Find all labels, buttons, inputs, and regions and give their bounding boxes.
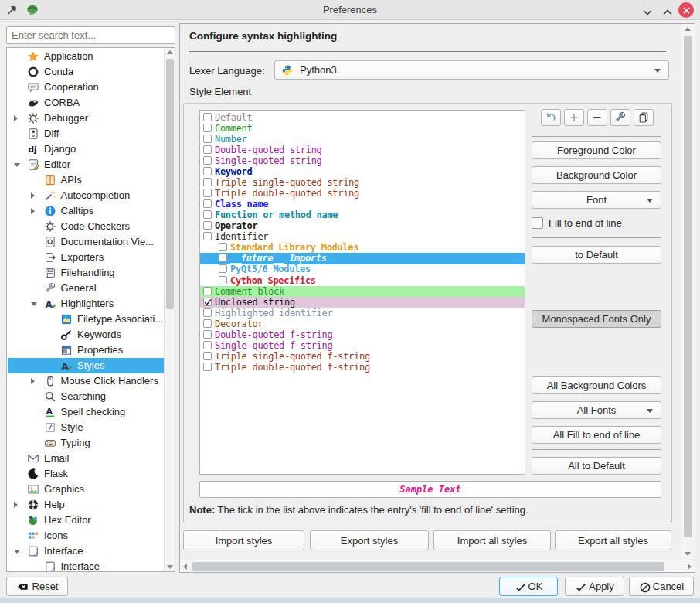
- foreground-color-button[interactable]: Foreground Color: [532, 141, 661, 159]
- import-all-styles-button[interactable]: Import all styles: [433, 530, 551, 550]
- style-row-highlighted-identifier[interactable]: Highlighted identifier: [200, 308, 525, 319]
- style-row-future-imports[interactable]: __future__ Imports: [200, 253, 525, 264]
- fill-eol-tick-checkbox[interactable]: [203, 124, 212, 132]
- expand-arrow-icon[interactable]: [31, 208, 38, 214]
- apply-button[interactable]: Apply: [565, 577, 624, 596]
- sidebar-item-corba[interactable]: CORBA: [8, 95, 164, 111]
- sidebar-item-interface[interactable]: Interface: [8, 543, 164, 559]
- page-horizontal-scrollbar[interactable]: [180, 560, 695, 572]
- search-input[interactable]: [6, 26, 175, 44]
- fill-eol-tick-checkbox[interactable]: [203, 113, 212, 121]
- expand-arrow-icon[interactable]: [31, 378, 38, 384]
- fill-eol-tick-checkbox[interactable]: [219, 276, 227, 284]
- copy-button[interactable]: [634, 109, 654, 126]
- sidebar-item-documentation-vie[interactable]: Documentation Vie...: [8, 234, 164, 250]
- add-button[interactable]: [564, 109, 584, 126]
- sidebar-item-styles[interactable]: AStyles: [8, 358, 164, 373]
- undo-button[interactable]: [541, 109, 561, 126]
- background-color-button[interactable]: Background Color: [532, 166, 661, 184]
- fill-eol-tick-checkbox[interactable]: [203, 199, 212, 208]
- wrench-button[interactable]: [610, 109, 630, 126]
- sidebar-item-interface[interactable]: Interface: [8, 559, 164, 572]
- style-row-double-quoted-string[interactable]: Double-quoted string: [200, 145, 525, 155]
- sidebar-item-apis[interactable]: APIs: [8, 172, 164, 188]
- remove-button[interactable]: [587, 109, 607, 126]
- fill-eol-tick-checkbox[interactable]: [203, 341, 212, 349]
- style-row-unclosed-string[interactable]: Unclosed string: [200, 297, 525, 308]
- style-row-number[interactable]: Number: [200, 134, 525, 145]
- to-default-button[interactable]: to Default: [532, 246, 661, 264]
- maximize-icon[interactable]: [663, 6, 672, 12]
- import-styles-button[interactable]: Import styles: [183, 530, 304, 550]
- style-row-double-quoted-f-string[interactable]: Double-quoted f-string: [200, 329, 525, 340]
- sidebar-item-email[interactable]: Email: [8, 451, 164, 466]
- all-fill-to-eol-button[interactable]: All Fill to end of line: [532, 426, 661, 444]
- fill-eol-tick-checkbox[interactable]: [203, 319, 212, 328]
- page-vertical-scrollbar[interactable]: [681, 24, 695, 559]
- sidebar-item-graphics[interactable]: Graphics: [8, 482, 164, 497]
- sidebar-item-django[interactable]: djDjango: [8, 141, 164, 157]
- sidebar-item-searching[interactable]: Searching: [8, 389, 164, 404]
- style-row-comment[interactable]: Comment: [200, 123, 525, 134]
- style-row-standard-library-modules[interactable]: Standard Library Modules: [200, 242, 525, 253]
- style-row-triple-single-quoted-string[interactable]: Triple single-quoted string: [200, 177, 525, 188]
- fill-eol-tick-checkbox[interactable]: [203, 308, 212, 317]
- fill-eol-tick-checkbox[interactable]: [219, 264, 227, 273]
- fill-eol-tick-checkbox[interactable]: [203, 135, 212, 143]
- reset-button[interactable]: Reset: [6, 577, 68, 596]
- style-element-list[interactable]: DefaultCommentNumberDouble-quoted string…: [199, 110, 525, 475]
- fill-eol-tick-checkbox[interactable]: [203, 232, 212, 240]
- style-row-triple-double-quoted-f-string[interactable]: Triple double-quoted f-string: [200, 362, 525, 373]
- style-row-single-quoted-f-string[interactable]: Single-quoted f-string: [200, 340, 525, 351]
- sidebar-item-filehandling[interactable]: Filehandling: [8, 265, 164, 281]
- monospaced-fonts-only-toggle[interactable]: Monospaced Fonts Only: [532, 310, 661, 328]
- sidebar-item-autocompletion[interactable]: Autocompletion: [8, 188, 164, 203]
- all-background-colors-button[interactable]: All Background Colors: [532, 376, 661, 394]
- fill-to-eol-checkbox[interactable]: [532, 217, 543, 229]
- fill-eol-tick-checkbox[interactable]: [203, 287, 212, 295]
- all-to-default-button[interactable]: All to Default: [532, 457, 661, 475]
- fill-eol-tick-checkbox[interactable]: [203, 189, 212, 197]
- tree-scrollbar[interactable]: [164, 48, 175, 571]
- sidebar-item-icons[interactable]: Icons: [8, 528, 164, 543]
- sidebar-item-keywords[interactable]: Keywords: [8, 327, 164, 342]
- sidebar-item-properties[interactable]: Properties: [8, 342, 164, 358]
- expand-arrow-icon[interactable]: [31, 192, 38, 199]
- sidebar-item-spell-checking[interactable]: ASpell checking: [8, 404, 164, 420]
- collapse-arrow-icon[interactable]: [31, 302, 37, 309]
- style-row-triple-single-quoted-f-string[interactable]: Triple single-quoted f-string: [200, 351, 525, 362]
- style-row-triple-double-quoted-string[interactable]: Triple double-quoted string: [200, 188, 525, 199]
- fill-eol-tick-checkbox[interactable]: [203, 178, 212, 186]
- cancel-button[interactable]: Cancel: [629, 577, 694, 596]
- sidebar-item-cooperation[interactable]: Cooperation: [8, 80, 164, 95]
- sidebar-item-application[interactable]: Application: [8, 49, 164, 64]
- lexer-language-select[interactable]: Python3: [274, 60, 669, 80]
- sidebar-item-hex-editor[interactable]: Hex Editor: [8, 513, 164, 528]
- fill-eol-tick-checkbox[interactable]: [203, 352, 212, 360]
- close-button[interactable]: [678, 2, 694, 18]
- fill-eol-tick-checkbox[interactable]: [203, 330, 212, 339]
- sidebar-item-general[interactable]: General: [8, 281, 164, 296]
- style-row-cython-specifics[interactable]: Cython Specifics: [200, 275, 525, 286]
- fill-eol-tick-checkbox[interactable]: [203, 167, 212, 175]
- style-row-pyqt5-6-modules[interactable]: PyQt5/6 Modules: [200, 264, 525, 274]
- fill-eol-tick-checkbox[interactable]: [203, 210, 212, 219]
- sidebar-item-style[interactable]: Style: [8, 420, 164, 435]
- style-row-decorator[interactable]: Decorator: [200, 319, 525, 329]
- collapse-arrow-icon[interactable]: [14, 550, 20, 557]
- sidebar-item-diff[interactable]: Diff: [8, 126, 164, 141]
- style-row-operator[interactable]: Operator: [200, 220, 525, 231]
- sidebar-item-editor[interactable]: Editor: [8, 157, 164, 172]
- sidebar-item-code-checkers[interactable]: Code Checkers: [8, 219, 164, 234]
- ok-button[interactable]: OK: [499, 577, 558, 596]
- fill-eol-tick-checkbox[interactable]: [219, 254, 227, 262]
- fill-eol-tick-checkbox[interactable]: [203, 363, 212, 371]
- export-all-styles-button[interactable]: Export all styles: [555, 530, 671, 550]
- fill-eol-tick-checkbox[interactable]: [203, 221, 212, 230]
- style-row-identifier[interactable]: Identifier: [200, 231, 525, 242]
- sidebar-item-exporters[interactable]: Exporters: [8, 250, 164, 265]
- sidebar-item-debugger[interactable]: Debugger: [8, 111, 164, 126]
- font-button[interactable]: Font: [532, 191, 661, 209]
- all-fonts-button[interactable]: All Fonts: [532, 401, 661, 419]
- sidebar-item-mouse-click-handlers[interactable]: Mouse Click Handlers: [8, 373, 164, 389]
